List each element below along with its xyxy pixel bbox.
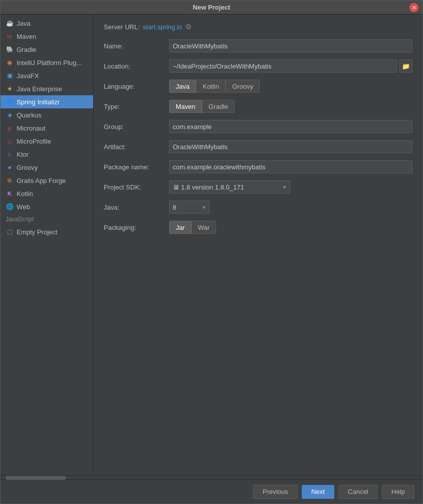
sidebar-label-gradle: Gradle bbox=[17, 46, 36, 53]
sdk-select-wrap: 🖥 1.8 version 1.8.0_171 bbox=[169, 180, 290, 194]
sidebar-item-groovy[interactable]: ● Groovy bbox=[1, 161, 93, 174]
kotlin-icon: K bbox=[6, 190, 14, 198]
sidebar-item-javafx[interactable]: ▣ JavaFX bbox=[1, 69, 93, 82]
sidebar-label-javafx: JavaFX bbox=[17, 72, 39, 80]
sidebar-label-quarkus: Quarkus bbox=[17, 111, 41, 119]
sidebar-label-enterprise: Java Enterprise bbox=[17, 85, 62, 93]
quarkus-icon: ◈ bbox=[6, 111, 14, 119]
sidebar-item-spring[interactable]: 🌀 Spring Initializr bbox=[1, 95, 93, 108]
previous-button[interactable]: Previous bbox=[253, 485, 298, 499]
scrollbar-thumb[interactable] bbox=[6, 476, 66, 480]
packaging-jar-button[interactable]: Jar bbox=[169, 221, 191, 234]
sidebar-item-grails[interactable]: ⊕ Grails App Forge bbox=[1, 174, 93, 187]
horizontal-scrollbar[interactable] bbox=[1, 475, 422, 479]
intellij-icon: ◉ bbox=[6, 58, 14, 67]
microprofile-icon: △ bbox=[6, 137, 14, 145]
sidebar: ☕ Java m Maven 🐘 Gradle ◉ IntelliJ Platf… bbox=[1, 15, 94, 475]
sidebar-item-maven[interactable]: m Maven bbox=[1, 30, 93, 43]
package-name-control bbox=[169, 160, 412, 173]
language-kotlin-button[interactable]: Kotlin bbox=[196, 80, 226, 93]
server-url-link[interactable]: start.spring.io bbox=[143, 23, 182, 31]
sidebar-item-web[interactable]: 🌐 Web bbox=[1, 200, 93, 213]
new-project-dialog: New Project ✕ ☕ Java m Maven 🐘 Gradle ◉ bbox=[0, 0, 423, 504]
type-maven-button[interactable]: Maven bbox=[169, 100, 202, 113]
enterprise-icon: ★ bbox=[6, 85, 14, 93]
ktor-icon: κ bbox=[6, 150, 14, 158]
bottom-bar: Previous Next Cancel Help bbox=[1, 479, 422, 503]
artifact-label: Artifact: bbox=[104, 143, 169, 151]
sidebar-section-javascript: JavaScript bbox=[1, 213, 93, 225]
packaging-control: Jar War bbox=[169, 221, 412, 234]
language-control: Java Kotlin Groovy bbox=[169, 80, 412, 93]
sidebar-label-web: Web bbox=[17, 203, 30, 211]
sidebar-item-ktor[interactable]: κ Ktor bbox=[1, 148, 93, 161]
java-icon: ☕ bbox=[6, 19, 14, 27]
sidebar-item-quarkus[interactable]: ◈ Quarkus bbox=[1, 108, 93, 121]
server-url-row: Server URL: start.spring.io ⚙ bbox=[104, 23, 412, 31]
maven-icon: m bbox=[6, 32, 14, 40]
help-button[interactable]: Help bbox=[382, 485, 414, 499]
packaging-row: Packaging: Jar War bbox=[104, 220, 412, 234]
packaging-war-button[interactable]: War bbox=[191, 221, 216, 234]
artifact-control bbox=[169, 140, 412, 153]
javafx-icon: ▣ bbox=[6, 72, 14, 80]
grails-icon: ⊕ bbox=[6, 176, 14, 184]
spring-icon: 🌀 bbox=[6, 98, 14, 106]
sidebar-label-ktor: Ktor bbox=[17, 151, 29, 158]
sidebar-label-intellij: IntelliJ Platform Plug... bbox=[17, 59, 82, 67]
web-icon: 🌐 bbox=[6, 203, 14, 211]
java-control: 8 11 17 bbox=[169, 201, 412, 214]
location-control: 📁 bbox=[169, 59, 412, 73]
sidebar-label-microprofile: MicroProfile bbox=[17, 138, 51, 145]
groovy-icon: ● bbox=[6, 163, 14, 171]
name-label: Name: bbox=[104, 42, 169, 50]
group-label: Group: bbox=[104, 123, 169, 131]
sidebar-item-microprofile[interactable]: △ MicroProfile bbox=[1, 135, 93, 148]
sidebar-label-grails: Grails App Forge bbox=[17, 177, 66, 184]
language-java-button[interactable]: Java bbox=[169, 80, 196, 93]
group-input[interactable] bbox=[169, 120, 412, 133]
sidebar-item-micronaut[interactable]: μ Micronaut bbox=[1, 121, 93, 135]
sidebar-label-maven: Maven bbox=[17, 33, 36, 40]
next-button[interactable]: Next bbox=[302, 485, 334, 499]
type-toggle-group: Maven Gradle bbox=[169, 100, 235, 113]
dialog-title: New Project bbox=[193, 4, 230, 11]
java-version-select[interactable]: 8 11 17 bbox=[169, 201, 209, 214]
gear-icon[interactable]: ⚙ bbox=[185, 23, 192, 31]
group-row: Group: bbox=[104, 119, 412, 134]
language-label: Language: bbox=[104, 83, 169, 90]
sidebar-label-kotlin: Kotlin bbox=[17, 190, 33, 198]
packaging-label: Packaging: bbox=[104, 224, 169, 231]
java-select-wrap: 8 11 17 bbox=[169, 201, 209, 214]
package-name-label: Package name: bbox=[104, 163, 169, 171]
type-label: Type: bbox=[104, 103, 169, 110]
browse-folder-button[interactable]: 📁 bbox=[399, 59, 412, 73]
sidebar-item-java[interactable]: ☕ Java bbox=[1, 17, 93, 30]
server-url-label: Server URL: bbox=[104, 23, 140, 31]
location-input[interactable] bbox=[169, 59, 397, 73]
project-sdk-label: Project SDK: bbox=[104, 183, 169, 191]
close-button[interactable]: ✕ bbox=[409, 3, 418, 12]
language-row: Language: Java Kotlin Groovy bbox=[104, 79, 412, 93]
title-bar: New Project ✕ bbox=[1, 1, 422, 15]
folder-icon: 📁 bbox=[402, 62, 410, 70]
empty-icon: ▢ bbox=[6, 228, 14, 236]
java-row: Java: 8 11 17 bbox=[104, 200, 412, 214]
language-groovy-button[interactable]: Groovy bbox=[226, 80, 260, 93]
sidebar-label-groovy: Groovy bbox=[17, 164, 38, 171]
name-input[interactable] bbox=[169, 39, 412, 52]
type-control: Maven Gradle bbox=[169, 100, 412, 113]
sidebar-item-intellij[interactable]: ◉ IntelliJ Platform Plug... bbox=[1, 56, 93, 69]
sidebar-label-java: Java bbox=[17, 20, 30, 27]
sidebar-item-enterprise[interactable]: ★ Java Enterprise bbox=[1, 82, 93, 95]
sidebar-item-gradle[interactable]: 🐘 Gradle bbox=[1, 43, 93, 56]
package-name-input[interactable] bbox=[169, 160, 412, 173]
artifact-input[interactable] bbox=[169, 140, 412, 153]
project-sdk-select[interactable]: 🖥 1.8 version 1.8.0_171 bbox=[169, 180, 290, 194]
sidebar-label-empty: Empty Project bbox=[17, 228, 57, 236]
sidebar-item-empty[interactable]: ▢ Empty Project bbox=[1, 225, 93, 238]
sidebar-item-kotlin[interactable]: K Kotlin bbox=[1, 187, 93, 200]
type-gradle-button[interactable]: Gradle bbox=[202, 100, 235, 113]
cancel-button[interactable]: Cancel bbox=[338, 485, 378, 499]
packaging-toggle-group: Jar War bbox=[169, 221, 216, 234]
